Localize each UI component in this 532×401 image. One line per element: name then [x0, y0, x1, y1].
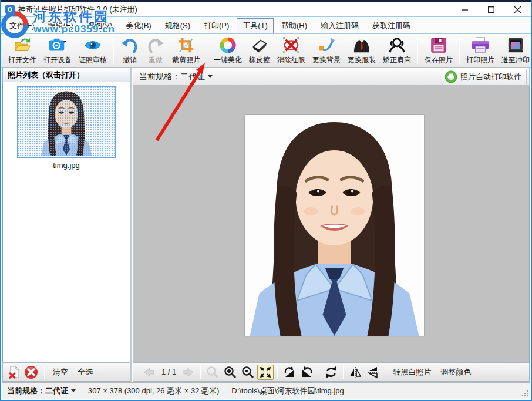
undo-button[interactable]: 撤销: [117, 35, 142, 66]
auto-print-label: 照片自动打印软件: [460, 72, 521, 82]
thumbnail-image: [39, 89, 93, 156]
open-device-button[interactable]: 打开设备: [41, 35, 75, 66]
rotate-left-button[interactable]: [281, 365, 298, 380]
flip-vertical-button[interactable]: [365, 365, 381, 380]
photo-preview[interactable]: [245, 115, 424, 336]
adjust-color-button[interactable]: 调整颜色: [436, 365, 476, 379]
menu-tools[interactable]: 工具(T): [237, 18, 274, 33]
status-spec-label: 当前规格：二代证: [7, 386, 68, 396]
camera-device-icon: [48, 36, 67, 55]
close-button[interactable]: [504, 2, 531, 17]
window-controls: [452, 2, 531, 17]
redo-button[interactable]: 重做: [143, 35, 168, 66]
app-window: 神奇证件照片打印软件 3.0 (未注册) 文件(F) 编辑(E) 视图(V) 美…: [0, 0, 532, 401]
delete-photo-button[interactable]: [6, 365, 22, 380]
viewer-separator: [343, 365, 344, 379]
to-black-white-button[interactable]: 转黑白照片: [388, 365, 436, 379]
zoom-out-icon: [241, 366, 254, 379]
main-toolbar: 打开文件 打开设备 证照审核: [1, 34, 531, 68]
photo-list[interactable]: timg.jpg: [2, 82, 130, 362]
thumbnail-filename: timg.jpg: [17, 161, 116, 170]
clear-list-button[interactable]: 清空: [48, 365, 73, 379]
menu-edit[interactable]: 编辑(E): [42, 18, 79, 33]
green-printer-icon: [445, 70, 457, 83]
current-spec-label[interactable]: 当前规格：二代证: [139, 72, 205, 82]
menu-bar: 文件(F) 编辑(E) 视图(V) 美化(B) 规格(S) 打印(P) 工具(T…: [1, 18, 531, 34]
change-clothes-button[interactable]: 更换服装: [345, 35, 379, 66]
resize-grip[interactable]: [521, 390, 528, 397]
photo-canvas[interactable]: [133, 86, 530, 362]
status-separator: [225, 385, 225, 397]
portrait-photo: [245, 115, 424, 336]
correct-shoulders-button[interactable]: 矫正肩高: [380, 35, 414, 66]
red-eye-icon: [282, 36, 301, 55]
menu-get-regcode[interactable]: 获取注册码: [366, 18, 416, 33]
menu-beautify[interactable]: 美化(B): [120, 18, 157, 33]
menu-help[interactable]: 帮助(H): [275, 18, 313, 33]
change-background-button[interactable]: 更换背景: [309, 35, 344, 66]
close-icon: [514, 6, 521, 13]
refresh-icon: [325, 366, 338, 379]
status-bar: 当前规格：二代证 307 × 378 (300 dpi, 26 毫米 × 32 …: [2, 382, 530, 399]
one-click-beautify-button[interactable]: 一键美化: [211, 35, 245, 66]
list-item[interactable]: timg.jpg: [17, 86, 116, 170]
eye-review-icon: [83, 36, 102, 55]
photo-thumbnail-selected[interactable]: [17, 86, 116, 158]
remove-red-eye-button[interactable]: 消除红眼: [274, 35, 308, 66]
minimize-button[interactable]: [452, 2, 478, 17]
zoom-tool-button[interactable]: [204, 365, 221, 380]
viewer-separator: [385, 365, 385, 379]
toolbar-separator: [207, 37, 207, 64]
title-bar: 神奇证件照片打印软件 3.0 (未注册): [1, 2, 531, 17]
menu-print[interactable]: 打印(P): [198, 18, 235, 33]
maximize-icon: [488, 6, 494, 13]
flip-horizontal-button[interactable]: [347, 365, 363, 380]
photo-printer-icon: [506, 36, 525, 55]
select-all-button[interactable]: 全选: [73, 365, 97, 379]
viewer-separator: [200, 365, 201, 379]
rotate-right-button[interactable]: [299, 365, 315, 380]
status-separator: [82, 385, 82, 397]
remove-all-button[interactable]: [23, 365, 39, 380]
toolbar-separator: [113, 37, 114, 64]
main-panel: 当前规格：二代证 照片自动打印软件: [133, 68, 530, 382]
eraser-button[interactable]: 橡皮擦: [246, 35, 273, 66]
file-path: D:\tools\桌面\河东软件园\timg.jpg: [231, 386, 344, 396]
suit-icon: [352, 36, 371, 55]
status-spec-dropdown[interactable]: 当前规格：二代证: [7, 386, 76, 396]
crop-photo-button[interactable]: 裁剪照片: [169, 35, 203, 66]
next-photo-button[interactable]: [180, 365, 197, 380]
zoom-in-button[interactable]: [222, 365, 238, 380]
menu-spec[interactable]: 规格(S): [159, 18, 196, 33]
open-file-icon: [13, 36, 32, 55]
maximize-button[interactable]: [478, 2, 504, 17]
prev-photo-button[interactable]: [141, 365, 157, 380]
auto-print-button[interactable]: 照片自动打印软件: [442, 69, 527, 85]
menu-view[interactable]: 视图(V): [81, 18, 118, 33]
menu-file[interactable]: 文件(F): [4, 18, 41, 33]
save-photo-button[interactable]: 保存照片: [422, 35, 456, 66]
menu-enter-regcode[interactable]: 输入注册码: [315, 18, 365, 33]
photo-list-footer: 清空 全选: [2, 362, 130, 382]
print-photo-button[interactable]: 打印照片: [463, 35, 497, 66]
send-to-print-button[interactable]: 送至冲印: [499, 35, 532, 66]
crop-icon: [177, 36, 196, 55]
open-file-button[interactable]: 打开文件: [5, 35, 39, 66]
red-x-circle-icon: [24, 365, 38, 379]
app-icon: [5, 5, 15, 14]
image-info: 307 × 378 (300 dpi, 26 毫米 × 32 毫米): [88, 386, 219, 396]
zoom-in-icon: [224, 366, 237, 379]
chevron-down-icon: [71, 389, 76, 392]
photo-review-button[interactable]: 证照审核: [76, 35, 110, 66]
zoom-out-button[interactable]: [240, 365, 256, 380]
rotate-180-button[interactable]: [323, 365, 339, 380]
main-header: 当前规格：二代证 照片自动打印软件: [133, 68, 530, 86]
toolbar-separator: [459, 37, 460, 64]
fit-to-window-button[interactable]: [257, 365, 274, 380]
window-top-strip: [1, 0, 531, 2]
fit-screen-icon: [259, 366, 272, 379]
printer-icon: [471, 36, 490, 55]
viewer-separator: [319, 365, 319, 379]
toolbar-separator: [417, 37, 418, 64]
flip-vertical-icon: [366, 366, 379, 379]
